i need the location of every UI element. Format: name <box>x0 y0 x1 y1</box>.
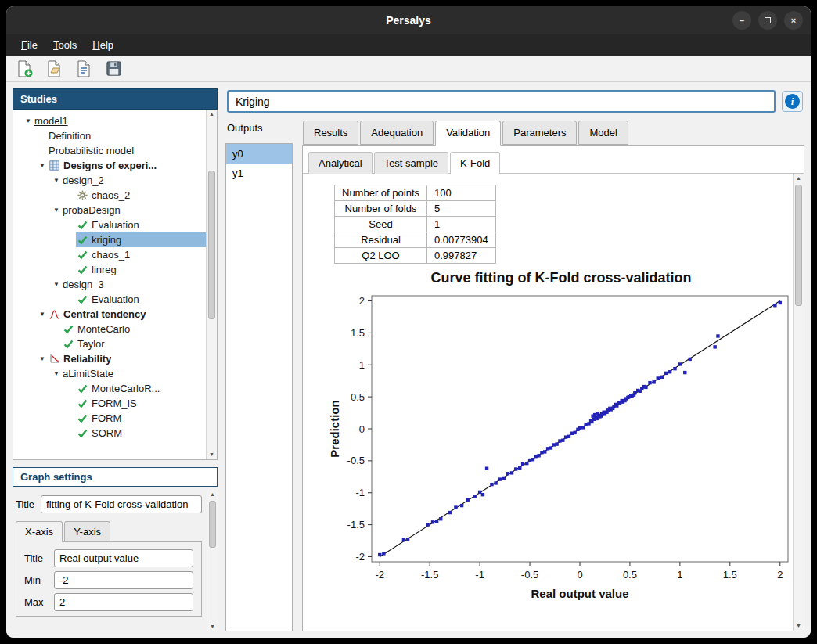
stat-label: Seed <box>335 217 427 232</box>
tree-item-reliability[interactable]: ▼Reliability <box>13 351 206 366</box>
svg-text:-1: -1 <box>475 569 484 581</box>
expand-arrow-icon[interactable]: ▼ <box>51 207 62 214</box>
scroll-down-icon[interactable]: ▼ <box>207 622 218 631</box>
tree-item-montecarlor[interactable]: MonteCarloR... <box>13 381 206 396</box>
stat-value: 5 <box>427 201 496 217</box>
tree-item-form[interactable]: FORM <box>13 411 206 426</box>
tab-results[interactable]: Results <box>303 121 358 145</box>
tree-item-evaluation[interactable]: Evaluation <box>13 292 206 307</box>
tab-y-axis[interactable]: Y-axis <box>64 521 110 541</box>
tree-scrollbar-thumb[interactable] <box>208 171 215 319</box>
graph-settings-scrollbar-thumb[interactable] <box>209 501 216 548</box>
save-study-button[interactable] <box>103 59 124 79</box>
content-scrollbar-thumb[interactable] <box>795 185 802 306</box>
scroll-up-icon[interactable]: ▲ <box>207 110 217 119</box>
svg-text:-2: -2 <box>355 551 365 563</box>
tree-item-designs-of-experi[interactable]: ▼Designs of experi... <box>13 158 206 173</box>
tree-item-chaos-1[interactable]: chaos_1 <box>13 247 206 262</box>
output-item-y1[interactable]: y1 <box>226 164 292 183</box>
analysis-name-input[interactable] <box>227 90 776 113</box>
menu-tools[interactable]: Tools <box>46 36 84 54</box>
tree-item-taylor[interactable]: Taylor <box>13 336 206 351</box>
stat-value: 0.00773904 <box>427 232 496 248</box>
plot-icon <box>49 354 59 365</box>
subtab-k-fold[interactable]: K-Fold <box>450 152 500 174</box>
check-icon <box>77 413 88 424</box>
menu-file[interactable]: File <box>14 36 45 54</box>
expand-arrow-icon[interactable]: ▼ <box>51 177 62 184</box>
minimize-button[interactable]: – <box>732 11 751 30</box>
scroll-down-icon[interactable]: ▼ <box>207 450 217 459</box>
tree-item-central-tendency[interactable]: ▼Central tendency <box>13 307 206 322</box>
kfold-chart-svg: -2-1.5-1-0.500.511.52-2-1.5-1-0.500.511.… <box>326 290 793 604</box>
tab-validation[interactable]: Validation <box>435 121 501 146</box>
content-scrollbar[interactable]: ▲ ▼ <box>793 174 804 631</box>
x-axis-max-input[interactable] <box>54 593 193 611</box>
tree-item-design-3[interactable]: ▼design_3 <box>13 277 206 292</box>
svg-text:Real output value: Real output value <box>531 587 628 600</box>
expand-arrow-icon[interactable]: ▼ <box>23 117 34 124</box>
close-button[interactable]: × <box>784 11 803 30</box>
check-icon <box>77 398 88 409</box>
scroll-up-icon[interactable]: ▲ <box>794 174 804 183</box>
tree-item-evaluation[interactable]: Evaluation <box>13 218 206 232</box>
tab-adequation[interactable]: Adequation <box>360 121 434 145</box>
subtab-test-sample[interactable]: Test sample <box>374 152 448 174</box>
tab-x-axis[interactable]: X-axis <box>16 521 63 541</box>
svg-text:-1.5: -1.5 <box>347 519 365 531</box>
svg-text:Prediction: Prediction <box>328 400 341 457</box>
tree-item-linreg[interactable]: linreg <box>13 262 206 277</box>
scroll-up-icon[interactable]: ▲ <box>207 490 218 499</box>
x-axis-title-label: Title <box>24 552 48 564</box>
menu-help[interactable]: Help <box>85 36 121 54</box>
tree-item-form-is[interactable]: FORM_IS <box>13 396 206 411</box>
tree-item-probadesign[interactable]: ▼probaDesign <box>13 203 206 218</box>
expand-arrow-icon[interactable]: ▼ <box>51 370 62 377</box>
tree-item-definition[interactable]: Definition <box>13 128 206 143</box>
tree-item-alimitstate[interactable]: ▼aLimitState <box>13 366 206 381</box>
tree-item-montecarlo[interactable]: MonteCarlo <box>13 322 206 336</box>
stat-label: Q2 LOO <box>335 248 427 264</box>
graph-title-input[interactable] <box>41 495 202 513</box>
x-axis-min-input[interactable] <box>54 571 193 589</box>
svg-text:1.5: 1.5 <box>351 327 365 339</box>
tree-item-kriging[interactable]: kriging <box>13 232 206 247</box>
histogram-icon <box>49 309 59 320</box>
graph-settings-scrollbar[interactable]: ▲ ▼ <box>207 490 218 631</box>
expand-arrow-icon[interactable]: ▼ <box>37 311 48 318</box>
kfold-content: Number of points 100 Number of folds 5 S… <box>303 174 793 631</box>
new-study-button[interactable] <box>14 59 34 79</box>
stat-label: Number of points <box>335 185 427 201</box>
maximize-button[interactable] <box>758 11 777 30</box>
svg-text:0.5: 0.5 <box>351 391 365 403</box>
tree-item-probabilistic-model[interactable]: Probabilistic model <box>13 143 206 158</box>
check-icon <box>63 339 74 350</box>
tree-item-sorm[interactable]: SORM <box>13 426 206 441</box>
tree-item-design-2[interactable]: ▼design_2 <box>13 173 206 188</box>
new-file-icon <box>15 59 34 78</box>
kfold-stats-table: Number of points 100 Number of folds 5 S… <box>334 185 496 264</box>
chart-title: Curve fitting of K-Fold cross-validation <box>326 270 793 286</box>
menubar: File Tools Help <box>6 34 811 56</box>
graph-settings-panel: Title X-axis Y-axis Title Min <box>13 490 218 631</box>
output-item-y0[interactable]: y0 <box>226 144 292 164</box>
info-button[interactable]: i <box>782 91 803 112</box>
scroll-down-icon[interactable]: ▼ <box>794 621 804 631</box>
open-study-button[interactable] <box>44 59 64 79</box>
x-axis-max-label: Max <box>24 596 48 608</box>
tree-item-model1[interactable]: ▼model1 <box>13 113 206 128</box>
tab-parameters[interactable]: Parameters <box>502 121 577 145</box>
tab-model[interactable]: Model <box>578 121 628 145</box>
expand-arrow-icon[interactable]: ▼ <box>37 355 48 362</box>
x-axis-min-label: Min <box>24 574 48 586</box>
check-icon <box>77 428 88 439</box>
subtab-analytical[interactable]: Analytical <box>308 152 373 174</box>
import-script-button[interactable] <box>74 59 94 79</box>
tree-item-chaos-2[interactable]: chaos_2 <box>13 188 206 203</box>
x-axis-title-input[interactable] <box>54 549 193 567</box>
svg-text:-1: -1 <box>355 487 365 498</box>
expand-arrow-icon[interactable]: ▼ <box>51 281 62 288</box>
expand-arrow-icon[interactable]: ▼ <box>37 162 48 169</box>
tree-scrollbar[interactable]: ▲ ▼ <box>206 110 217 459</box>
table-icon <box>49 160 59 171</box>
